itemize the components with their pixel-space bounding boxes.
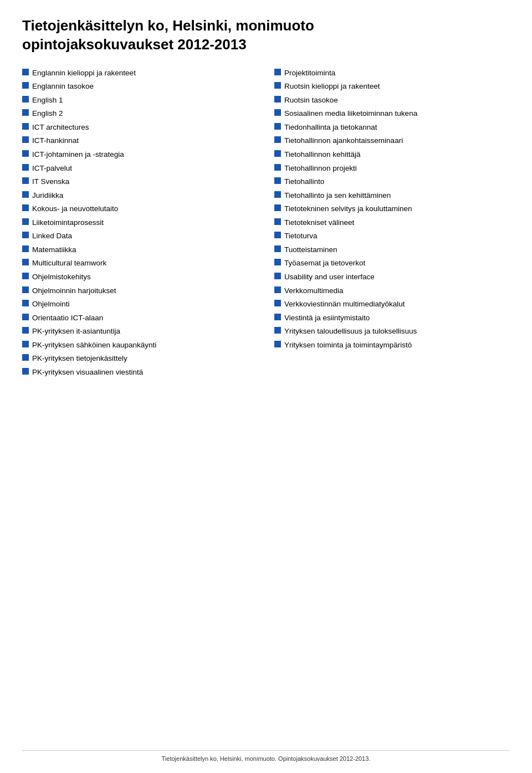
item-label: PK-yrityksen sähköinen kaupankäynti (32, 340, 156, 351)
item-label: Ruotsin tasokoe (284, 95, 338, 106)
item-label: ICT-hankinnat (32, 135, 79, 146)
bullet-icon (22, 259, 29, 265)
item-label: Projektitoiminta (284, 68, 335, 79)
item-label: Juridiikka (32, 190, 63, 201)
bullet-icon (274, 109, 281, 116)
list-item: ICT-palvelut (22, 163, 258, 174)
list-item: Usability and user interface (274, 272, 510, 283)
item-label: Tietohallinto (284, 176, 324, 187)
bullet-icon (274, 245, 281, 252)
bullet-icon (274, 327, 281, 334)
item-label: Verkkoviestinnän multimediatyökalut (284, 299, 405, 310)
list-item: Tietotekninen selvitys ja kouluttaminen (274, 203, 510, 214)
item-label: Ruotsin kielioppi ja rakenteet (284, 81, 380, 92)
item-label: Tiedonhallinta ja tietokannat (284, 122, 377, 133)
list-item: Ruotsin tasokoe (274, 95, 510, 106)
bullet-icon (22, 245, 29, 252)
item-label: ICT-palvelut (32, 163, 72, 174)
bullet-icon (22, 109, 29, 116)
list-item: Multicultural teamwork (22, 258, 258, 269)
item-label: Yrityksen taloudellisuus ja tuloksellisu… (284, 326, 417, 337)
list-item: Projektitoiminta (274, 68, 510, 79)
item-label: Ohjelmoinnin harjoitukset (32, 285, 116, 296)
item-label: English 1 (32, 95, 63, 106)
list-item: Tietohallinnon kehittäjä (274, 149, 510, 160)
bullet-icon (274, 150, 281, 157)
item-label: Yrityksen toiminta ja toimintaympäristö (284, 340, 412, 351)
item-label: ICT-johtaminen ja -strategia (32, 149, 124, 160)
bullet-icon (22, 232, 29, 238)
item-label: Tietoturva (284, 231, 318, 242)
list-item: Tietohallinto (274, 176, 510, 187)
bullet-icon (22, 354, 29, 361)
bullet-icon (274, 123, 281, 130)
item-label: Työasemat ja tietoverkot (284, 258, 365, 269)
right-column: ProjektitoimintaRuotsin kielioppi ja rak… (274, 68, 510, 354)
list-item: Ohjelmointi (22, 299, 258, 310)
bullet-icon (22, 273, 29, 279)
item-label: IT Svenska (32, 176, 69, 187)
bullet-icon (22, 314, 29, 320)
item-label: Orientaatio ICT-alaan (32, 313, 103, 324)
item-label: PK-yrityksen tietojenkäsittely (32, 353, 127, 364)
bullet-icon (274, 300, 281, 306)
list-item: Verkkomultimedia (274, 285, 510, 296)
list-item: Yrityksen toiminta ja toimintaympäristö (274, 340, 510, 351)
item-label: Kokous- ja neuvottelutaito (32, 203, 118, 214)
item-label: Linked Data (32, 231, 72, 242)
item-label: Tietohallinto ja sen kehittäminen (284, 190, 391, 201)
item-label: Verkkomultimedia (284, 285, 344, 296)
bullet-icon (22, 286, 29, 293)
bullet-icon (22, 191, 29, 198)
list-item: ICT architectures (22, 122, 258, 133)
list-item: PK-yrityksen it-asiantuntija (22, 326, 258, 337)
list-item: ICT-hankinnat (22, 135, 258, 146)
item-label: Matematiikka (32, 244, 76, 255)
bullet-icon (274, 191, 281, 198)
bullet-icon (22, 136, 29, 143)
list-item: Tietohallinnon ajankohtaisseminaari (274, 135, 510, 146)
footer-text: Tietojenkäsittelyn ko, Helsinki, monimuo… (22, 750, 510, 762)
bullet-icon (22, 300, 29, 306)
list-item: Liiketoimintaprosessit (22, 217, 258, 228)
item-label: Tietotekniset välineet (284, 217, 354, 228)
list-item: Orientaatio ICT-alaan (22, 313, 258, 324)
item-label: Multicultural teamwork (32, 258, 106, 269)
list-item: Tiedonhallinta ja tietokannat (274, 122, 510, 133)
bullet-icon (22, 341, 29, 347)
bullet-icon (274, 273, 281, 279)
bullet-icon (274, 259, 281, 265)
item-label: Ohjelmistokehitys (32, 272, 91, 283)
item-label: Englannin tasokoe (32, 81, 94, 92)
bullet-icon (22, 69, 29, 75)
bullet-icon (22, 177, 29, 184)
bullet-icon (274, 204, 281, 211)
list-item: Tietoturva (274, 231, 510, 242)
item-label: Liiketoimintaprosessit (32, 217, 104, 228)
bullet-icon (274, 164, 281, 171)
bullet-icon (22, 96, 29, 103)
list-item: Yrityksen taloudellisuus ja tuloksellisu… (274, 326, 510, 337)
item-label: Usability and user interface (284, 272, 375, 283)
list-item: English 1 (22, 95, 258, 106)
list-item: Ohjelmistokehitys (22, 272, 258, 283)
list-item: Kokous- ja neuvottelutaito (22, 203, 258, 214)
item-label: Tietohallinnon ajankohtaisseminaari (284, 135, 403, 146)
list-item: Ruotsin kielioppi ja rakenteet (274, 81, 510, 92)
list-item: Linked Data (22, 231, 258, 242)
bullet-icon (274, 96, 281, 103)
list-item: Tietotekniset välineet (274, 217, 510, 228)
item-label: PK-yrityksen visuaalinen viestintä (32, 367, 143, 378)
bullet-icon (274, 69, 281, 75)
bullet-icon (22, 82, 29, 89)
list-item: Juridiikka (22, 190, 258, 201)
list-item: ICT-johtaminen ja -strategia (22, 149, 258, 160)
list-item: English 2 (22, 108, 258, 119)
list-item: PK-yrityksen visuaalinen viestintä (22, 367, 258, 378)
list-item: Verkkoviestinnän multimediatyökalut (274, 299, 510, 310)
bullet-icon (274, 314, 281, 320)
list-item: Viestintä ja esiintymistaito (274, 313, 510, 324)
bullet-icon (274, 218, 281, 225)
list-item: Tietohallinnon projekti (274, 163, 510, 174)
list-item: Tietohallinto ja sen kehittäminen (274, 190, 510, 201)
